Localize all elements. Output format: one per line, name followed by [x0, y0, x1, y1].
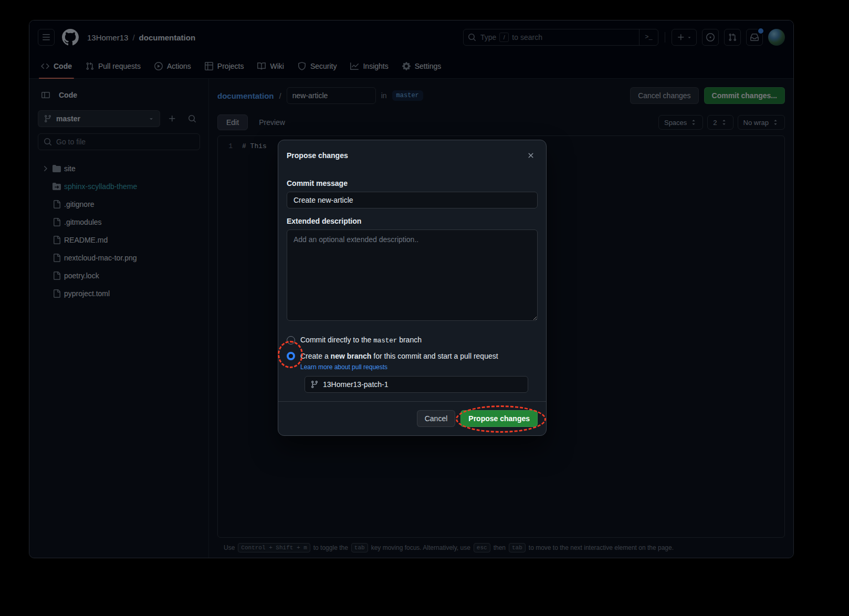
propose-changes-button[interactable]: Propose changes [460, 410, 538, 427]
commit-message-label: Commit message [287, 179, 538, 187]
dialog-header: Propose changes [278, 140, 546, 171]
github-window: 13Homer13 / documentation Type / to sear… [29, 20, 794, 558]
extended-description-label: Extended description [287, 217, 538, 225]
dialog-body: Commit message Extended description Comm… [278, 179, 546, 393]
close-dialog-button[interactable] [524, 149, 538, 162]
cancel-button[interactable]: Cancel [417, 410, 456, 427]
close-icon [527, 151, 535, 160]
create-branch-label: Create a new branch for this commit and … [300, 352, 498, 360]
branch-name-field[interactable] [305, 376, 528, 393]
dialog-title: Propose changes [287, 151, 524, 160]
extended-description-textarea[interactable] [287, 229, 538, 321]
propose-changes-dialog: Propose changes Commit message Extended … [278, 140, 547, 436]
commit-directly-label: Commit directly to the master branch [300, 336, 422, 344]
commit-directly-option[interactable]: Commit directly to the master branch [287, 336, 538, 344]
commit-directly-radio[interactable] [287, 336, 295, 344]
create-branch-option[interactable]: Create a new branch for this commit and … [287, 352, 538, 360]
dialog-footer: Cancel Propose changes [278, 401, 546, 435]
branch-name-input[interactable] [323, 380, 522, 389]
git-branch-icon [310, 380, 319, 389]
create-branch-radio[interactable] [287, 352, 295, 360]
branch-code-text: master [373, 337, 397, 344]
learn-more-link[interactable]: Learn more about pull requests [300, 363, 538, 371]
commit-message-input[interactable] [287, 192, 538, 208]
